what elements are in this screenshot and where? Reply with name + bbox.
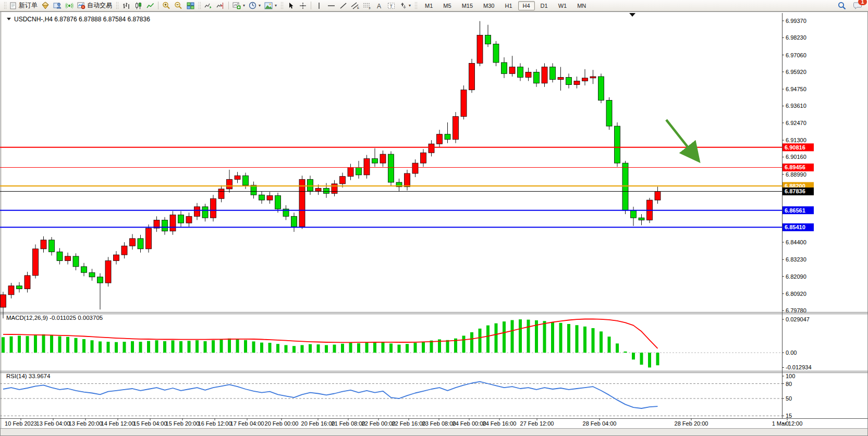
toolbar-separator: [228, 2, 229, 9]
timeframe-m15[interactable]: M15: [457, 1, 478, 10]
svg-text:13 Feb 04:00: 13 Feb 04:00: [36, 420, 70, 427]
search-button[interactable]: [836, 1, 848, 11]
svg-text:13 Feb 20:00: 13 Feb 20:00: [69, 420, 103, 427]
svg-text:6.97060: 6.97060: [786, 52, 806, 58]
timeframe-h1[interactable]: H1: [500, 1, 517, 10]
svg-text:6.98230: 6.98230: [786, 34, 806, 41]
tile-windows-icon: [187, 2, 194, 9]
svg-text:22 Feb 00:00: 22 Feb 00:00: [362, 420, 396, 427]
toolbar: 新订单 自动交易: [0, 0, 868, 11]
search-icon: [838, 2, 846, 10]
auto-trading-button[interactable]: 自动交易: [76, 1, 114, 11]
new-chart-button[interactable]: ▾: [231, 1, 247, 11]
svg-text:50: 50: [786, 395, 792, 402]
svg-text:6.95920: 6.95920: [786, 69, 806, 75]
auto-scroll-icon: [204, 2, 213, 9]
chevron-down-icon: ▾: [275, 3, 277, 8]
new-order-button[interactable]: 新订单: [8, 1, 39, 11]
cursor-icon: [288, 2, 295, 9]
equidistant-channel-icon: E: [351, 2, 359, 9]
toolbar-grip[interactable]: [280, 2, 283, 10]
market-button[interactable]: [40, 1, 51, 11]
bar-chart-button[interactable]: [120, 1, 132, 11]
svg-text:22 Feb 16:00: 22 Feb 16:00: [392, 420, 426, 427]
crosshair-icon: [299, 2, 307, 9]
timeframe-w1[interactable]: W1: [554, 1, 572, 10]
svg-text:28 Feb 04:00: 28 Feb 04:00: [583, 420, 617, 427]
new-order-icon: [10, 2, 17, 9]
templates-button[interactable]: ▾: [263, 1, 278, 11]
cursor-button[interactable]: [285, 1, 297, 11]
svg-text:6.87836: 6.87836: [785, 188, 805, 194]
chart-shift-icon: [216, 2, 225, 9]
vertical-line-button[interactable]: [313, 1, 325, 11]
strategy-tester-button[interactable]: [52, 1, 63, 11]
timeframe-mn[interactable]: MN: [572, 1, 591, 10]
horizontal-line-icon: [327, 2, 335, 9]
svg-text:15: 15: [786, 413, 792, 419]
timeframe-d1[interactable]: D1: [536, 1, 553, 10]
line-chart-button[interactable]: [144, 1, 156, 11]
horizontal-line-button[interactable]: [325, 1, 337, 11]
svg-text:16 Feb 12:00: 16 Feb 12:00: [198, 420, 232, 427]
svg-text:6.79780: 6.79780: [786, 307, 806, 314]
zoom-out-button[interactable]: [173, 1, 184, 11]
chart-area[interactable]: 6.993706.982306.970606.959206.947506.936…: [0, 11, 868, 436]
signals-button[interactable]: [64, 1, 75, 11]
svg-text:6.86561: 6.86561: [785, 207, 805, 214]
text-icon: A: [376, 2, 383, 9]
timeframe-h4[interactable]: H4: [518, 1, 535, 10]
templates-icon: [264, 2, 273, 9]
auto-scroll-button[interactable]: [203, 1, 214, 11]
toolbar-grip[interactable]: [4, 2, 6, 10]
candlestick-button[interactable]: [132, 1, 144, 11]
text-label-icon: T: [387, 2, 395, 9]
trendline-button[interactable]: [337, 1, 349, 11]
svg-text:1 Mar 12:00: 1 Mar 12:00: [772, 420, 803, 427]
timeframe-m30[interactable]: M30: [479, 1, 499, 10]
equidistant-channel-button[interactable]: E: [349, 1, 361, 11]
chart-shift-button[interactable]: [215, 1, 226, 11]
svg-text:80: 80: [786, 381, 792, 387]
svg-text:6.90160: 6.90160: [786, 154, 806, 160]
svg-text:6.91300: 6.91300: [786, 137, 806, 143]
chart-title: USDCNH-,H4 6.87876 6.87888 6.87584 6.878…: [14, 16, 150, 23]
timeframe-m5[interactable]: M5: [438, 1, 456, 10]
svg-text:6.83230: 6.83230: [786, 256, 806, 263]
svg-text:A: A: [377, 2, 381, 9]
toolbar-grip[interactable]: [414, 2, 417, 10]
periodicity-clock-icon: [249, 2, 256, 9]
toolbar-separator: [158, 2, 158, 9]
svg-text:6.88990: 6.88990: [786, 171, 806, 178]
svg-text:100: 100: [786, 373, 795, 379]
toolbar-grip[interactable]: [198, 2, 201, 10]
text-label-button[interactable]: T: [385, 1, 397, 11]
svg-text:6.92470: 6.92470: [786, 120, 806, 126]
svg-text:10 Feb 2023: 10 Feb 2023: [5, 420, 37, 427]
tile-windows-button[interactable]: [185, 1, 196, 11]
svg-text:T: T: [389, 3, 393, 8]
svg-text:6.94750: 6.94750: [786, 86, 806, 92]
text-button[interactable]: A: [373, 1, 385, 11]
fibonacci-button[interactable]: F: [361, 1, 373, 11]
svg-text:27 Feb 12:00: 27 Feb 12:00: [520, 420, 554, 427]
svg-text:20 Feb 16:00: 20 Feb 16:00: [301, 420, 335, 427]
svg-text:15 Feb 04:00: 15 Feb 04:00: [133, 420, 167, 427]
new-order-label: 新订单: [19, 1, 38, 10]
svg-text:6.85410: 6.85410: [785, 224, 805, 230]
toolbar-grip[interactable]: [116, 2, 118, 10]
periodicity-button[interactable]: ▾: [247, 1, 262, 11]
zoom-in-button[interactable]: [161, 1, 172, 11]
timeframe-m1[interactable]: M1: [420, 1, 437, 10]
line-chart-icon: [146, 2, 154, 9]
svg-text:0.029047: 0.029047: [786, 316, 810, 322]
arrows-button[interactable]: ▾: [397, 1, 412, 11]
svg-text:6.84400: 6.84400: [786, 239, 806, 245]
zoom-out-icon: [174, 2, 182, 9]
mt4-terminal: 新订单 自动交易: [0, 0, 868, 436]
svg-text:-0.012934: -0.012934: [786, 364, 812, 370]
chat-button[interactable]: 1: [852, 1, 864, 11]
arrows-icon: [399, 2, 407, 9]
crosshair-button[interactable]: [297, 1, 309, 11]
auto-trading-label: 自动交易: [87, 1, 112, 10]
